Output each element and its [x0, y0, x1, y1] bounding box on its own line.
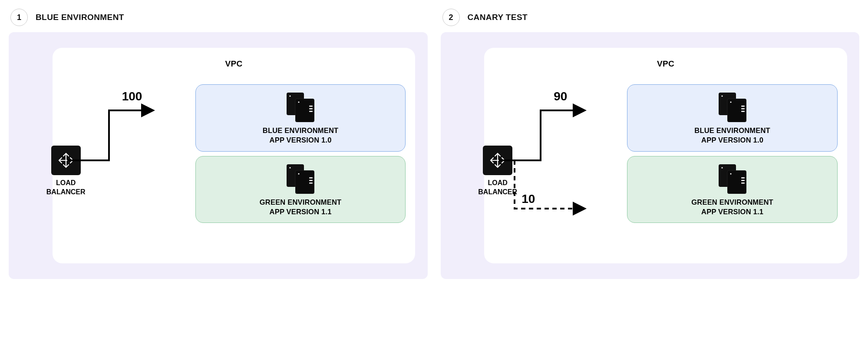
traffic-weight-blue: 90 — [554, 90, 567, 103]
traffic-weight-green: 10 — [521, 192, 535, 206]
blue-environment-box: BLUE ENVIRONMENT APP VERSION 1.0 — [195, 84, 406, 152]
vpc-label: VPC — [62, 56, 406, 69]
panel-body: VPC LOAD BALANCER 100 — [9, 32, 428, 279]
traffic-weight-blue: 100 — [122, 90, 142, 103]
load-balancer: LOAD BALANCER — [469, 146, 526, 197]
panel-header: 1 BLUE ENVIRONMENT — [9, 9, 428, 26]
panel-title: CANARY TEST — [468, 13, 528, 22]
panel: 2 CANARY TEST VPC LOAD BALANCER 90 10 — [441, 9, 860, 279]
step-badge: 1 — [10, 9, 28, 26]
blue-env-label: BLUE ENVIRONMENT APP VERSION 1.0 — [694, 126, 770, 145]
blue-env-label: BLUE ENVIRONMENT APP VERSION 1.0 — [263, 126, 339, 145]
green-environment-box: GREEN ENVIRONMENT APP VERSION 1.1 — [195, 156, 406, 223]
load-balancer-icon — [483, 146, 512, 175]
load-balancer-icon — [51, 146, 81, 175]
panel-title: BLUE ENVIRONMENT — [36, 13, 124, 22]
green-environment-box: GREEN ENVIRONMENT APP VERSION 1.1 — [627, 156, 838, 223]
vpc-label: VPC — [494, 56, 838, 69]
servers-icon — [714, 93, 751, 122]
load-balancer-label: LOAD BALANCER — [469, 179, 526, 197]
green-env-label: GREEN ENVIRONMENT APP VERSION 1.1 — [260, 197, 342, 217]
vpc-container: VPC LOAD BALANCER 100 — [53, 48, 416, 263]
load-balancer: LOAD BALANCER — [38, 146, 94, 197]
panel-body: VPC LOAD BALANCER 90 10 — [441, 32, 860, 279]
panel: 1 BLUE ENVIRONMENT VPC LOAD BALANCER 100 — [9, 9, 428, 279]
panel-header: 2 CANARY TEST — [441, 9, 860, 26]
step-number: 2 — [449, 13, 453, 22]
servers-icon — [282, 93, 319, 122]
vpc-container: VPC LOAD BALANCER 90 10 — [484, 48, 847, 263]
step-number: 1 — [17, 13, 21, 22]
servers-icon — [714, 164, 751, 194]
load-balancer-label: LOAD BALANCER — [38, 179, 94, 197]
environment-stack: BLUE ENVIRONMENT APP VERSION 1.0 GREEN E… — [195, 84, 406, 223]
green-env-label: GREEN ENVIRONMENT APP VERSION 1.1 — [691, 197, 773, 217]
blue-environment-box: BLUE ENVIRONMENT APP VERSION 1.0 — [627, 84, 838, 152]
servers-icon — [282, 164, 319, 194]
environment-stack: BLUE ENVIRONMENT APP VERSION 1.0 GREEN E… — [627, 84, 838, 223]
step-badge: 2 — [442, 9, 460, 26]
